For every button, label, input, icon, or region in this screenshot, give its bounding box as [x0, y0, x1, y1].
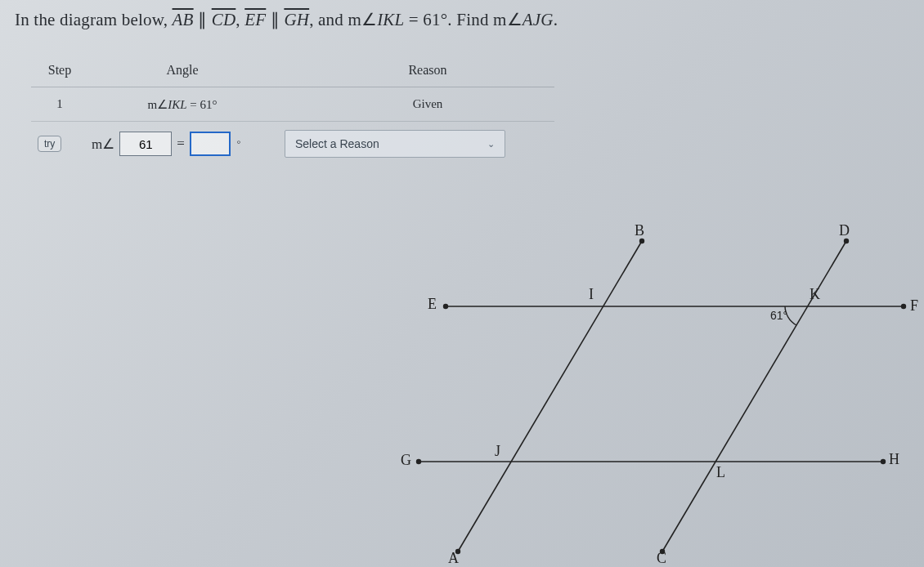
geometry-diagram: B D E F I K G H J L A C 61° — [343, 229, 916, 564]
table-row: 1 m∠IKL = 61° Given — [31, 87, 554, 122]
angle-symbol: ∠ — [361, 10, 377, 29]
equals-sign: = — [177, 136, 185, 152]
m-prefix: m∠ — [92, 136, 114, 153]
header-reason: Reason — [276, 63, 554, 78]
table-header-row: Step Angle Reason — [31, 53, 554, 87]
point-label-A: A — [448, 550, 459, 567]
problem-statement: In the diagram below, AB ∥ CD, EF ∥ GH, … — [15, 10, 909, 30]
step-angle: m∠IKL = 61° — [88, 97, 276, 112]
segment-CD: CD — [212, 10, 236, 29]
point-label-C: C — [657, 550, 666, 567]
point-label-E: E — [428, 296, 437, 313]
angle-input-group: m∠ = ° — [88, 132, 276, 156]
point-label-F: F — [910, 297, 918, 315]
text: . — [554, 10, 558, 29]
table-input-row: try m∠ = ° Select a Reason ⌄ — [31, 127, 554, 161]
m-prefix: m — [148, 98, 158, 111]
svg-point-4 — [416, 459, 421, 464]
point-label-D: D — [839, 222, 850, 239]
angle-value: = 61° — [187, 98, 218, 111]
chevron-down-icon: ⌄ — [487, 139, 495, 150]
angle-symbol: ∠ — [507, 10, 523, 29]
point-label-G: G — [401, 452, 411, 469]
text: , — [235, 10, 244, 29]
angle-value-input[interactable] — [190, 132, 231, 156]
svg-line-6 — [458, 241, 642, 551]
text: In the diagram below, — [15, 10, 173, 29]
point-label-H: H — [889, 451, 899, 468]
angle-label-61: 61° — [770, 309, 787, 322]
header-step: Step — [31, 63, 88, 78]
segment-EF: EF — [244, 10, 266, 29]
point-label-B: B — [635, 222, 644, 239]
svg-point-5 — [881, 459, 886, 464]
point-label-I: I — [589, 286, 594, 303]
point-label-L: L — [716, 464, 725, 481]
reason-placeholder: Select a Reason — [295, 137, 379, 150]
angle-IKL: IKL — [377, 10, 404, 29]
point-label-K: K — [810, 286, 820, 303]
angle-name: IKL — [168, 98, 186, 111]
header-angle: Angle — [88, 63, 276, 78]
diagram-svg — [343, 229, 916, 564]
angle-symbol: ∠ — [157, 98, 168, 111]
try-button[interactable]: try — [38, 136, 61, 152]
svg-point-1 — [443, 304, 448, 309]
step-reason: Given — [276, 97, 554, 111]
proof-table: Step Angle Reason 1 m∠IKL = 61° Given tr… — [31, 53, 554, 161]
parallel-symbol: ∥ — [266, 10, 284, 29]
degree-symbol: ° — [237, 139, 240, 149]
reason-select[interactable]: Select a Reason ⌄ — [285, 130, 505, 158]
segment-GH: GH — [284, 10, 309, 29]
angle-AJG: AJG — [523, 10, 554, 29]
point-label-J: J — [495, 443, 500, 460]
parallel-symbol: ∥ — [194, 10, 212, 29]
text: , and m — [309, 10, 361, 29]
segment-AB: AB — [173, 10, 194, 29]
text: = 61°. Find m — [404, 10, 506, 29]
step-number: 1 — [31, 97, 88, 111]
angle-name-input[interactable] — [119, 132, 172, 156]
svg-point-2 — [901, 304, 906, 309]
